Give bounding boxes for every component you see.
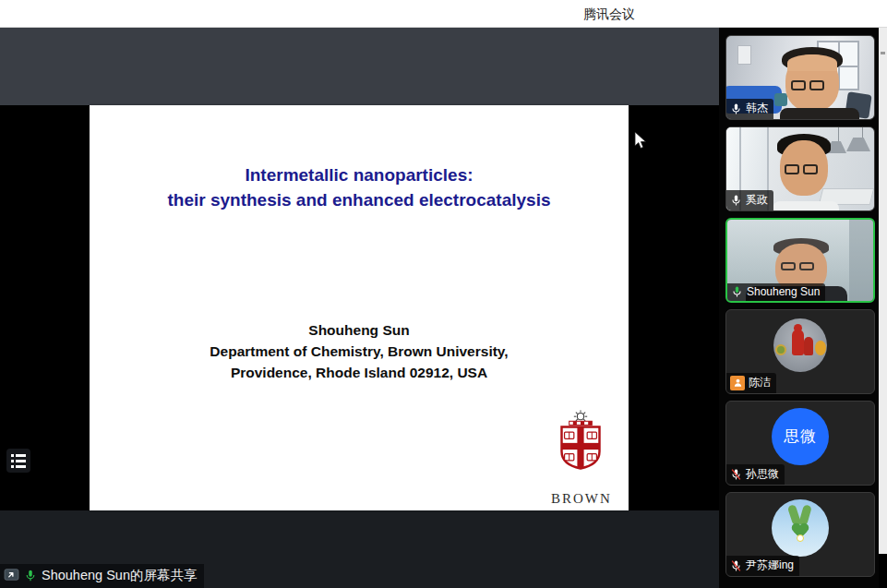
slide-title: Intermetallic nanoparticles: their synth… xyxy=(90,162,629,212)
mic-on-icon xyxy=(730,194,742,207)
participant-name-tag: 奚政 xyxy=(726,190,773,210)
participant-avatar xyxy=(772,499,829,557)
participant-tile-sunsiwei[interactable]: 思微 孙思微 xyxy=(725,401,875,486)
slide-affiliation-line2: Providence, Rhode Island 02912, USA xyxy=(90,362,629,383)
participant-name: 奚政 xyxy=(746,192,768,208)
participant-tile-yinsuna[interactable]: 尹苏娜ing xyxy=(725,492,875,577)
slide-author-block: Shouheng Sun Department of Chemistry, Br… xyxy=(90,319,629,383)
mic-muted-icon xyxy=(730,559,742,572)
participant-tile-shouheng-sun[interactable]: Shouheng Sun xyxy=(725,218,875,303)
brown-university-logo: BROWN xyxy=(551,410,610,507)
participant-tile-hanjie[interactable]: 韩杰 xyxy=(725,35,875,120)
app-title: 腾讯会议 xyxy=(583,6,635,23)
participants-sidebar: 韩杰 奚政 xyxy=(719,28,879,588)
participant-tiles: 韩杰 奚政 xyxy=(725,35,875,577)
participant-name: 陈洁 xyxy=(749,375,771,390)
screen-share-icon xyxy=(4,569,19,582)
participant-tile-xizheng[interactable]: 奚政 xyxy=(725,126,875,211)
participant-name: Shouheng Sun xyxy=(747,285,820,298)
mic-muted-icon xyxy=(730,468,742,481)
participant-avatar xyxy=(773,318,827,372)
presentation-slide: Intermetallic nanoparticles: their synth… xyxy=(90,105,629,510)
screen-share-region: Intermetallic nanoparticles: their synth… xyxy=(0,28,719,588)
participant-name-tag: 陈洁 xyxy=(726,373,776,393)
slide-affiliation-line1: Department of Chemistry, Brown Universit… xyxy=(90,341,629,362)
contact-badge-icon xyxy=(730,376,745,390)
participant-name-tag: Shouheng Sun xyxy=(727,283,825,301)
mouse-cursor xyxy=(634,132,647,150)
brown-crest-icon xyxy=(555,410,606,486)
mic-active-icon xyxy=(731,285,743,298)
mic-on-active-icon xyxy=(24,569,37,582)
participant-name: 孙思微 xyxy=(746,466,779,482)
participant-name-tag: 韩杰 xyxy=(726,99,773,119)
participant-avatar: 思微 xyxy=(772,408,829,465)
slide-title-line1: Intermetallic nanoparticles: xyxy=(90,162,629,187)
avatar-initials: 思微 xyxy=(784,426,817,447)
meeting-notes-icon[interactable] xyxy=(6,449,30,473)
participant-name-tag: 尹苏娜ing xyxy=(726,556,799,576)
screen-share-label: Shouheng Sun的屏幕共享 xyxy=(42,567,197,584)
participant-name: 尹苏娜ing xyxy=(746,558,794,573)
slide-author-name: Shouheng Sun xyxy=(90,319,629,341)
shared-app-top-strip xyxy=(0,28,719,105)
window-title-bar: 腾讯会议 xyxy=(0,0,887,28)
brown-wordmark: BROWN xyxy=(551,491,610,507)
mic-on-icon xyxy=(730,102,742,115)
participant-name-tag: 孙思微 xyxy=(726,464,785,485)
slide-title-line2: their synthesis and enhanced electrocata… xyxy=(90,187,629,212)
screen-share-banner[interactable]: Shouheng Sun的屏幕共享 xyxy=(0,564,204,588)
participant-tile-chenjie[interactable]: 陈洁 xyxy=(725,309,875,394)
background-window-edge xyxy=(879,28,887,554)
participant-name: 韩杰 xyxy=(746,101,768,116)
